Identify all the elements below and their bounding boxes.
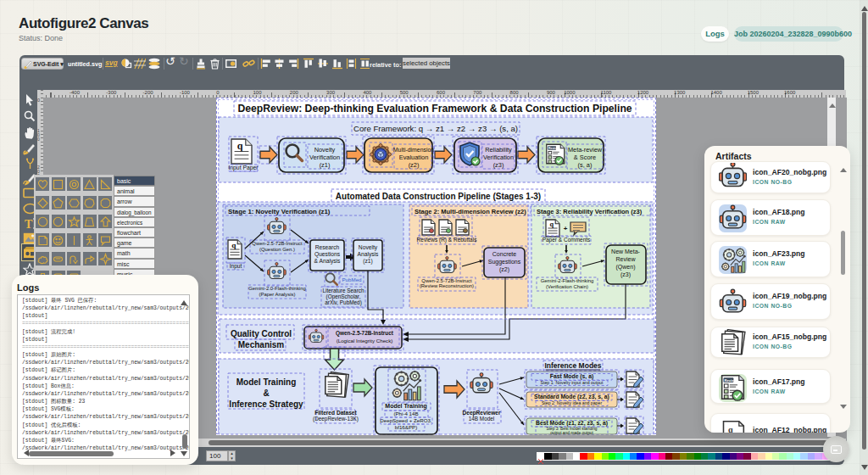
svg-text:Qwen-2.5-72B-Instruct: Qwen-2.5-72B-Instruct (252, 241, 303, 246)
svg-text:Inference Strategy: Inference Strategy (229, 400, 303, 409)
svg-text:Meta-review: Meta-review (568, 146, 603, 154)
svg-text:Filtered Dataset: Filtered Dataset (314, 410, 357, 416)
svg-text:(Review Reconstruction): (Review Reconstruction) (420, 283, 474, 288)
svg-text:DeepSpeed + ZeRO3,: DeepSpeed + ZeRO3, (380, 417, 432, 423)
svg-text:Analysis: Analysis (358, 251, 380, 258)
svg-text:Research: Research (315, 244, 340, 250)
svg-text:+: + (564, 225, 568, 232)
svg-text:PubMed: PubMed (342, 277, 362, 282)
svg-text:DeepReview: Deep-thinking Eval: DeepReview: Deep-thinking Evaluation Fra… (237, 103, 632, 115)
svg-text:(Paper Analysis): (Paper Analysis) (259, 292, 296, 297)
svg-text:&: & (263, 388, 269, 398)
svg-text:Novelty: Novelty (359, 244, 378, 251)
svg-text:(Verification Chain): (Verification Chain) (546, 284, 588, 289)
svg-text:bf16&PP): bf16&PP) (395, 424, 417, 430)
svg-text:Inference Modes: Inference Modes (544, 361, 601, 370)
svg-text:Multi-dimension: Multi-dimension (393, 147, 434, 153)
svg-text:New Meta-: New Meta- (611, 249, 641, 254)
svg-text:14B Model: 14B Model (469, 416, 495, 422)
svg-text:(Phi-4 14B: (Phi-4 14B (393, 411, 418, 416)
svg-text:Stage 3: Reliability Verificat: Stage 3: Reliability Verification (z3) (537, 208, 643, 215)
svg-text:Evaluation: Evaluation (399, 154, 429, 161)
svg-text:output and made output: output and made output (550, 431, 593, 435)
svg-text:Core Framework: q → z1 → z2 →: Core Framework: q → z1 → z2 → z3 → (s, a… (353, 124, 518, 133)
svg-text:(z1): (z1) (320, 161, 331, 169)
svg-text:Stage 1: Novelty Verification: Stage 1: Novelty Verification (z1) (228, 208, 331, 215)
svg-text:(Logical Integrity Check): (Logical Integrity Check) (337, 338, 393, 344)
svg-text:Reliability: Reliability (485, 146, 512, 154)
svg-text:(Qwen): (Qwen) (616, 264, 636, 271)
svg-text:Mechanism: Mechanism (238, 340, 285, 349)
svg-text:(Question Gen.): (Question Gen.) (259, 247, 295, 252)
svg-text:q: q (231, 241, 236, 249)
svg-text:Questions: Questions (314, 251, 341, 258)
svg-text:Review: Review (616, 256, 637, 262)
svg-text:Verification: Verification (483, 154, 514, 161)
svg-text:(DeepReview-13K): (DeepReview-13K) (313, 416, 359, 422)
svg-text:& Score: & Score (574, 154, 596, 161)
svg-text:Input: Input (230, 263, 242, 270)
svg-text:& Analysis: & Analysis (314, 258, 342, 265)
svg-text:Stage 2: Multi-dimension Revie: Stage 2: Multi-dimension Review (z2) (415, 208, 526, 215)
svg-text:arXiv, PubMed): arXiv, PubMed) (325, 299, 362, 306)
svg-text:(z3): (z3) (493, 161, 504, 169)
svg-text:Model Training: Model Training (385, 403, 426, 410)
svg-text:Paper & Comments: Paper & Comments (542, 237, 591, 243)
svg-text:(z1): (z1) (363, 258, 373, 265)
svg-text:Novelty: Novelty (314, 146, 336, 154)
svg-text:(s, a): (s, a) (578, 161, 593, 169)
svg-text:(z2): (z2) (409, 161, 420, 169)
svg-text:(z2): (z2) (499, 266, 509, 273)
svg-text:Input Paper: Input Paper (228, 165, 259, 171)
svg-text:Concrete: Concrete (492, 251, 517, 257)
svg-text:(z3): (z3) (620, 271, 631, 278)
svg-text:Automated Data Construction Pi: Automated Data Construction Pipeline (St… (336, 192, 541, 201)
svg-text:q: q (237, 140, 243, 152)
svg-text:q: q (549, 221, 554, 228)
svg-text:Verification: Verification (309, 154, 340, 161)
svg-text:Gemini-2-Flash-thinking: Gemini-2-Flash-thinking (541, 278, 594, 283)
svg-text:Reviews (R) & Rebuttals: Reviews (R) & Rebuttals (417, 237, 478, 243)
svg-text:Literature Search: Literature Search (322, 288, 364, 293)
svg-text:Model Training: Model Training (236, 377, 297, 387)
svg-text:Suggestions: Suggestions (488, 259, 521, 265)
svg-text:Qwen-2.5-72B-Instruct: Qwen-2.5-72B-Instruct (336, 330, 394, 337)
svg-text:Gemini-2.0-Flash-thinking: Gemini-2.0-Flash-thinking (248, 286, 305, 291)
svg-text:T: T (25, 218, 33, 231)
svg-text:Quality Control: Quality Control (231, 329, 292, 338)
